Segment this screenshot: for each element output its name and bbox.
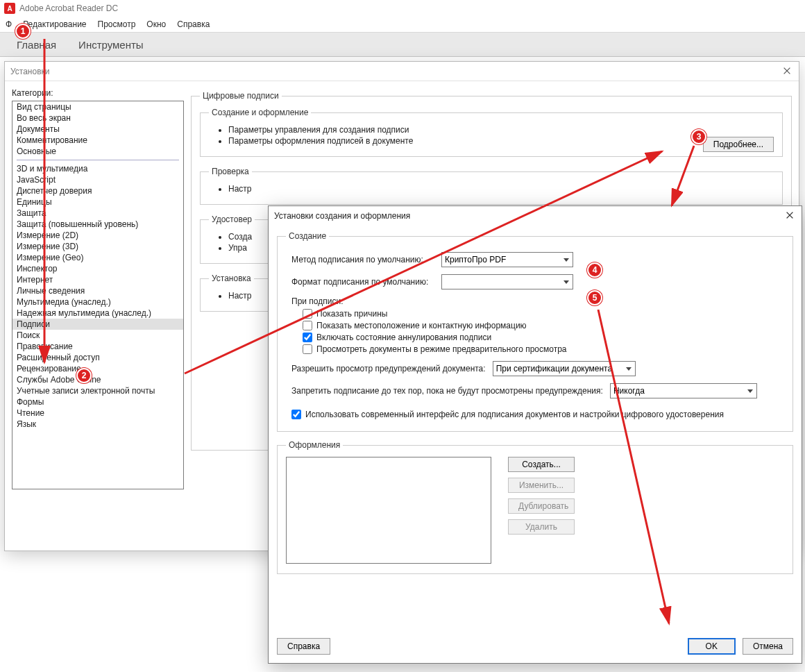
select-default-format[interactable]: Эквивалент CaDES [441,274,573,289]
annotation-badge-2: 2 [76,368,92,383]
group-creation: Создание Метод подписания по умолчанию: … [277,231,793,432]
category-item[interactable]: Формы [12,396,183,408]
label-default-format: Формат подписания по умолчанию: [291,277,436,287]
category-item[interactable]: Защита [12,208,183,219]
signing-prefs-title: Установки создания и оформления [274,211,410,221]
group-appearances: Оформления Создать... Изменить... Дублир… [277,440,793,574]
label-default-method: Метод подписания по умолчанию: [291,255,436,264]
menu-help[interactable]: Справка [177,19,210,29]
category-item[interactable]: Во весь экран [12,112,183,124]
group-legend-ident: Удостовер [209,215,255,224]
chk-preview-mode-label: Просмотреть документы в режиме предварит… [316,344,567,354]
categories-list[interactable]: Вид страницыВо весь экранДокументыКоммен… [12,101,184,489]
label-allow-warnings: Разрешить просмотр предупреждений докуме… [291,364,486,373]
category-item[interactable]: Основные [12,146,183,157]
select-prevent-signing[interactable]: Никогда [610,383,757,398]
group-legend-create: Создание и оформление [209,108,311,117]
titlebar: A Adobe Acrobat Reader DC [0,0,805,17]
chk-show-location[interactable] [303,321,312,330]
annotation-badge-5: 5 [587,290,602,305]
group-legend-sigs: Цифровые подписи [200,91,282,101]
new-appearance-button[interactable]: Создать... [508,457,575,472]
edit-appearance-button[interactable]: Изменить... [508,478,575,493]
category-item[interactable]: Диспетчер доверия [12,185,183,196]
tabbar: Главная Инструменты [0,32,805,57]
category-item[interactable]: Рецензирование [12,363,183,374]
subhead-when-signing: При подписи: [291,296,784,306]
menu-view[interactable]: Просмотр [98,19,136,29]
category-item[interactable]: Расширенный доступ [12,352,183,363]
app-icon: A [4,3,15,14]
category-item[interactable]: Службы Adobe Online [12,374,183,385]
annotation-badge-3: 3 [691,129,706,144]
category-item[interactable]: Подписи [12,319,183,330]
preferences-titlebar: Установки [5,62,799,81]
appearances-list[interactable] [286,457,491,564]
category-item[interactable]: Поиск [12,330,183,341]
help-button[interactable]: Справка [277,638,330,655]
signing-prefs-titlebar: Установки создания и оформления [269,206,802,226]
select-default-method[interactable]: КриптоПро PDF [441,252,573,267]
menu-file[interactable]: Ф [6,19,12,29]
group-legend-creation: Создание [286,231,329,241]
category-item[interactable]: Измерение (2D) [12,230,183,241]
delete-appearance-button[interactable]: Удалить [508,519,575,535]
dialog-footer: Справка OK Отмена [277,638,793,655]
categories-label: Категории: [12,88,184,98]
group-legend-verify: Проверка [209,167,252,176]
verify-row: Настр [228,183,774,194]
preferences-title: Установки [10,67,49,76]
category-item[interactable]: Вид страницы [12,101,183,112]
app-title: Adobe Acrobat Reader DC [19,3,118,13]
category-item[interactable]: Личные сведения [12,285,183,296]
category-item[interactable]: Единицы [12,196,183,208]
category-item[interactable]: Измерение (Geo) [12,252,183,263]
category-item[interactable]: 3D и мультимедиа [12,163,183,174]
chk-include-revocation[interactable] [303,333,312,342]
category-item[interactable]: Интернет [12,274,183,285]
group-verify: Проверка Настр [200,167,783,205]
category-item[interactable]: Правописание [12,341,183,352]
group-legend-ts: Установка [209,274,254,283]
category-item[interactable]: Чтение [12,408,183,419]
tab-tools[interactable]: Инструменты [67,33,155,56]
chk-include-revocation-label: Включать состояние аннулирования подписи [316,333,491,342]
category-item[interactable]: JavaScript [12,174,183,185]
category-item[interactable]: Комментирование [12,135,183,146]
select-allow-warnings[interactable]: При сертификации документа [493,361,636,376]
menu-edit[interactable]: Редактирование [23,19,86,29]
category-item[interactable]: Защита (повышенный уровень) [12,219,183,230]
close-icon[interactable] [785,210,796,221]
chk-modern-ui[interactable] [291,410,301,419]
category-item[interactable]: Измерение (3D) [12,241,183,252]
group-legend-appearances: Оформления [286,440,343,450]
category-item[interactable]: Учетные записи электронной почты [12,385,183,396]
chk-show-reasons-label: Показать причины [316,309,387,319]
category-item[interactable]: Документы [12,124,183,135]
cancel-button[interactable]: Отмена [743,638,793,655]
chk-show-location-label: Показать местоположение и контактную инф… [316,321,527,330]
signing-prefs-dialog: Установки создания и оформления Создание… [268,205,802,664]
label-prevent-signing: Запретить подписание до тех пор, пока не… [291,386,603,396]
annotation-badge-4: 4 [587,262,602,278]
close-icon[interactable] [782,66,793,77]
menubar: Ф Редактирование Просмотр Окно Справка [0,17,805,32]
tab-home[interactable]: Главная [6,33,67,56]
annotation-badge-1: 1 [15,24,31,39]
chk-modern-ui-label: Использовать современный интерфейс для п… [305,410,724,419]
more-button[interactable]: Подробнее... [703,137,774,152]
category-item[interactable]: Язык [12,419,183,430]
ok-button[interactable]: OK [688,638,736,655]
category-item[interactable]: Мультимедиа (унаслед.) [12,296,183,308]
chk-preview-mode[interactable] [303,344,312,354]
menu-window[interactable]: Окно [146,19,166,29]
category-item[interactable]: Инспектор [12,263,183,274]
duplicate-appearance-button[interactable]: Дублировать [508,498,575,514]
category-item[interactable]: Надежная мультимедиа (унаслед.) [12,308,183,319]
chk-show-reasons[interactable] [303,309,312,319]
